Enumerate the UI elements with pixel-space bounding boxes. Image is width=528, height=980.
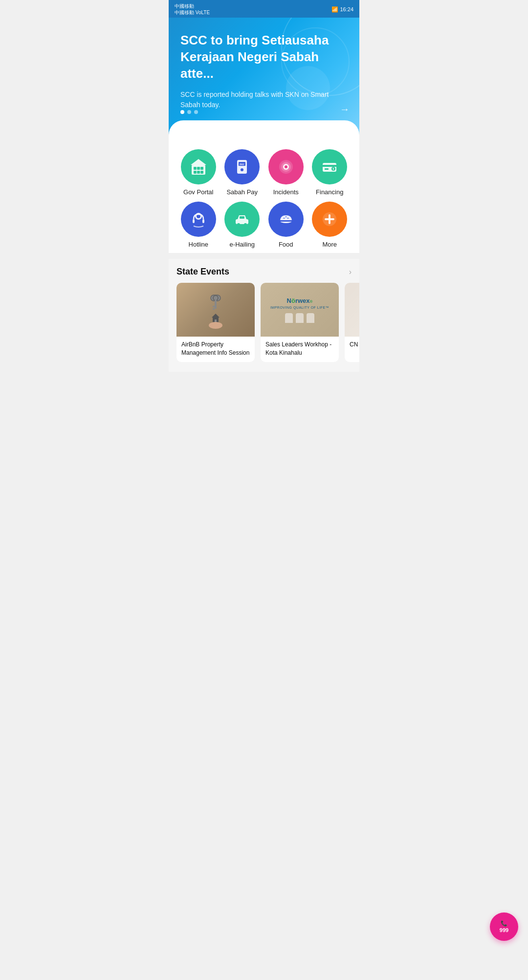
icon-item-sabah-pay[interactable]: PAY Sabah Pay [222,149,263,196]
hotline-label: Hotline [189,241,208,248]
svg-text:$: $ [333,167,334,170]
norwex-tagline: IMPROVING QUALITY OF LIFE™ [270,306,329,309]
hero-subtitle: SCC is reported holding talks with SKN o… [180,90,348,110]
svg-rect-41 [213,308,215,310]
svg-point-26 [237,223,240,226]
financing-icon: $ [312,149,347,184]
svg-rect-1 [194,167,197,170]
main-card: Gov Portal PAY Sabah Pay [169,139,359,253]
svg-rect-39 [215,300,217,309]
svg-rect-6 [200,171,203,174]
status-bar: 中國移動 中國移動 VoLTE 📶 16:24 [169,0,359,18]
incidents-icon [268,149,304,184]
hero-dots [180,110,198,114]
event-title-airbnb: AirBnB Property Management Info Session [181,341,250,357]
food-icon [268,202,304,237]
svg-point-15 [285,165,287,168]
svg-rect-4 [194,171,197,174]
svg-rect-18 [325,168,329,170]
icon-item-more[interactable]: More [310,202,350,248]
icon-item-gov-portal[interactable]: Gov Portal [178,149,219,196]
icon-item-ehailing[interactable]: e-Hailing [222,202,263,248]
icon-grid: Gov Portal PAY Sabah Pay [176,149,352,248]
event-card-norwex[interactable]: Nörwex® IMPROVING QUALITY OF LIFE™ Sales… [261,283,339,362]
svg-rect-36 [325,218,334,220]
event-image-airbnb [176,283,255,337]
svg-marker-42 [212,314,220,318]
event-info-cn: CN To Little Friends [345,337,359,354]
gov-portal-icon [181,149,216,184]
svg-rect-25 [236,219,248,224]
icon-item-hotline[interactable]: Hotline [178,202,219,248]
icon-item-incidents[interactable]: Incidents [266,149,306,196]
hero-title: SCC to bring Setiausaha Kerajaan Negeri … [180,32,348,82]
svg-rect-28 [240,216,244,219]
events-section: State Events › [169,259,359,372]
norwex-brand: Nörwex® [287,297,313,305]
svg-text:PAY: PAY [240,163,245,166]
icon-item-food[interactable]: Food [266,202,306,248]
dot-3 [194,110,198,114]
event-info-norwex: Sales Leaders Workhop - Kota Kinahalu [261,337,339,362]
events-header: State Events › [169,267,359,283]
carrier-info: 中國移動 中國移動 VoLTE [175,3,210,16]
svg-rect-2 [197,167,200,170]
events-more-arrow[interactable]: › [349,268,352,276]
dot-2 [187,110,191,114]
svg-point-45 [209,322,222,329]
svg-rect-24 [202,219,204,223]
incidents-label: Incidents [273,188,299,196]
hero-banner: SCC to bring Setiausaha Kerajaan Negeri … [169,18,359,139]
signal-icon: 📶 [331,6,338,13]
event-info-airbnb: AirBnB Property Management Info Session [176,337,255,362]
svg-rect-17 [323,165,336,167]
svg-marker-7 [191,159,206,165]
dot-1 [180,110,184,114]
ehailing-icon [224,202,260,237]
event-image-norwex: Nörwex® IMPROVING QUALITY OF LIFE™ [261,283,339,337]
more-label: More [322,241,337,248]
sabah-pay-icon: PAY [224,149,260,184]
food-label: Food [279,241,293,248]
svg-rect-5 [197,171,200,174]
financing-label: Financing [316,188,343,196]
status-right: 📶 16:24 [331,6,353,13]
hotline-icon [181,202,216,237]
ehailing-label: e-Hailing [230,241,255,248]
svg-rect-23 [193,219,195,223]
svg-point-31 [283,218,285,219]
events-list: AirBnB Property Management Info Session … [169,283,359,372]
svg-point-11 [241,168,243,171]
gov-portal-label: Gov Portal [183,188,213,196]
hero-next-arrow[interactable]: → [340,104,350,115]
event-card-cn[interactable]: CN To Little Friends [345,283,359,362]
events-title: State Events [176,267,229,277]
svg-rect-3 [200,167,203,170]
svg-rect-40 [213,306,215,307]
svg-rect-30 [279,220,293,222]
event-image-cn [345,283,359,337]
event-card-airbnb[interactable]: AirBnB Property Management Info Session [176,283,255,362]
more-icon [312,202,347,237]
icon-item-financing[interactable]: $ Financing [310,149,350,196]
svg-point-27 [244,223,247,226]
event-title-norwex: Sales Leaders Workhop - Kota Kinahalu [265,341,334,357]
time-display: 16:24 [340,6,353,12]
svg-point-33 [287,218,288,219]
sabah-pay-label: Sabah Pay [226,188,258,196]
svg-point-32 [285,216,286,218]
event-title-cn: CN To Little Friends [350,341,359,349]
